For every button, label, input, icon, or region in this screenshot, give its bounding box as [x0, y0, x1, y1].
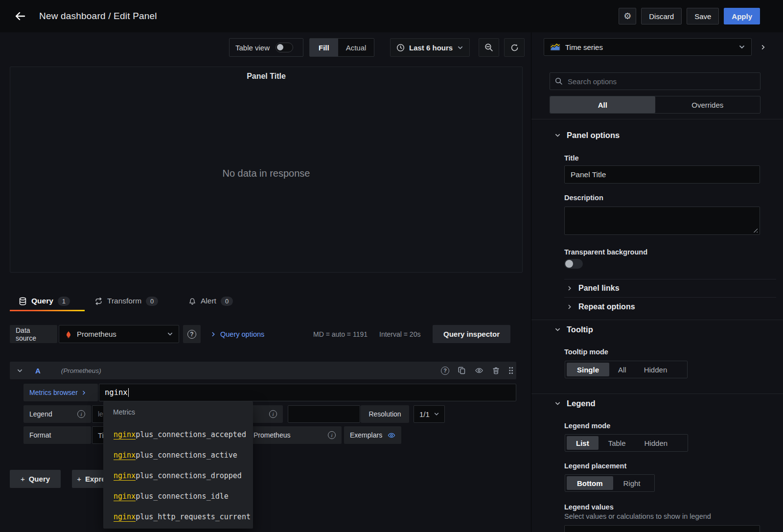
collapse-query-chevron-icon[interactable] [17, 368, 23, 374]
options-search[interactable] [550, 72, 760, 90]
fill-option[interactable]: Fill [310, 39, 338, 56]
filter-tab-overrides[interactable]: Overrides [655, 96, 760, 113]
repeat-options-label: Repeat options [578, 302, 635, 311]
tab-transform[interactable]: Transform 0 [94, 292, 158, 310]
refresh-button[interactable] [504, 38, 525, 57]
add-query-button[interactable]: + Query [10, 470, 61, 488]
transparent-background-toggle[interactable] [564, 259, 583, 269]
legend-values-label: Legend values [564, 503, 614, 511]
panel-title: Panel Title [10, 72, 522, 81]
promql-query-input[interactable]: nginx [99, 384, 516, 401]
autocomplete-item[interactable]: nginxplus_connections_dropped [114, 469, 242, 483]
resolution-select[interactable]: 1/1 [414, 405, 445, 423]
min-step-input[interactable] [288, 405, 360, 423]
autocomplete-item[interactable]: nginxplus_connections_accepted [114, 428, 246, 441]
section-panel-links[interactable]: Panel links [567, 282, 620, 294]
datasource-help-button[interactable]: ? [183, 325, 201, 343]
actual-option[interactable]: Actual [338, 39, 374, 56]
legend-values-select[interactable] [564, 525, 760, 532]
chevron-right-icon [210, 331, 216, 337]
legend-placement-label: Legend placement [564, 462, 626, 470]
prometheus-link-label[interactable]: Prometheus i [245, 426, 342, 444]
legend-placement-bottom[interactable]: Bottom [567, 476, 613, 490]
panel-description-textarea[interactable] [564, 207, 760, 235]
back-button[interactable] [13, 9, 27, 23]
format-label: Format [23, 426, 91, 444]
section-panel-options[interactable]: Panel options [554, 131, 620, 140]
section-panel-options-label: Panel options [567, 131, 620, 140]
legend-placement-right[interactable]: Right [614, 476, 650, 490]
autocomplete-item[interactable]: nginxplus_http_requests_current [114, 510, 251, 524]
visualization-picker[interactable]: Time series [544, 38, 752, 56]
options-search-input[interactable] [567, 77, 755, 86]
tooltip-mode-single[interactable]: Single [567, 363, 609, 376]
datasource-picker[interactable]: Prometheus [59, 325, 179, 343]
save-button[interactable]: Save [687, 8, 719, 24]
discard-button[interactable]: Discard [641, 8, 682, 24]
top-bar: New dashboard / Edit Panel ⚙ Discard Sav… [0, 0, 783, 32]
legend-placement-group: Bottom Right [565, 474, 655, 492]
drag-handle[interactable] [508, 367, 513, 374]
plus-icon: + [21, 475, 25, 483]
collapse-options-pane-button[interactable] [754, 38, 772, 56]
query-options-toggle[interactable]: Query options [210, 325, 264, 343]
query-ref-id: A [35, 367, 41, 375]
query-ref-datasource: (Prometheus) [61, 367, 101, 374]
arrow-left-icon [14, 10, 26, 22]
apply-button[interactable]: Apply [724, 8, 760, 24]
query-inspector-button[interactable]: Query inspector [433, 325, 510, 343]
info-icon: i [269, 410, 277, 418]
table-view-label: Table view [235, 44, 270, 52]
tab-alert[interactable]: Alert 0 [188, 292, 233, 310]
panel-options-sidebar: Time series All Overrides Pan [531, 32, 783, 532]
grafana-edit-panel-page: New dashboard / Edit Panel ⚙ Discard Sav… [0, 0, 783, 532]
refresh-icon [510, 44, 519, 52]
metrics-browser-toggle[interactable]: Metrics browser [23, 384, 98, 401]
max-data-points-info: MD = auto = 1191 [313, 325, 368, 343]
section-tooltip[interactable]: Tooltip [554, 325, 593, 334]
resize-handle-icon[interactable] [753, 228, 758, 232]
chevron-down-icon [457, 45, 463, 51]
legend-mode-table[interactable]: Table [599, 436, 635, 450]
legend-mode-list[interactable]: List [567, 436, 599, 450]
bell-icon [188, 297, 196, 305]
prometheus-link-text: Prometheus [253, 431, 290, 439]
panel-title-input[interactable] [564, 165, 760, 184]
dashboard-settings-button[interactable]: ⚙ [619, 8, 636, 24]
duplicate-query-button[interactable] [458, 367, 466, 374]
time-range-picker[interactable]: Last 6 hours [390, 38, 470, 57]
section-legend[interactable]: Legend [554, 399, 596, 408]
legend-mode-hidden[interactable]: Hidden [636, 436, 677, 450]
resolution-value: 1/1 [419, 410, 430, 418]
panel-links-label: Panel links [578, 284, 620, 293]
query-row-header[interactable]: A (Prometheus) ? [10, 362, 516, 379]
gear-icon: ⚙ [623, 11, 631, 22]
query-options-label: Query options [220, 330, 264, 338]
section-repeat-options[interactable]: Repeat options [567, 301, 635, 313]
tooltip-mode-hidden[interactable]: Hidden [635, 363, 676, 376]
datasource-value: Prometheus [77, 330, 116, 338]
chevron-right-icon [760, 44, 766, 50]
info-icon: i [77, 410, 85, 418]
title-field-label: Title [564, 154, 579, 162]
delete-query-button[interactable] [492, 367, 500, 374]
clock-icon [396, 44, 405, 52]
toggle-query-visibility-button[interactable] [475, 367, 484, 374]
chevron-right-icon [567, 304, 573, 310]
query-help-button[interactable]: ? [441, 367, 449, 375]
autocomplete-item[interactable]: nginxplus_connections_active [114, 448, 237, 462]
transform-icon [94, 297, 103, 305]
legend-mode-label: Legend mode [564, 422, 610, 430]
tooltip-mode-all[interactable]: All [610, 363, 634, 376]
legend-field-label: Legend i [23, 405, 91, 423]
autocomplete-item[interactable]: nginxplus_connections_idle [114, 489, 229, 503]
filter-tab-all[interactable]: All [550, 96, 655, 113]
zoom-out-time-button[interactable] [479, 38, 499, 57]
panel-preview: Panel Title No data in response [10, 67, 523, 273]
tab-query[interactable]: Query 1 [19, 292, 70, 310]
metrics-browser-label: Metrics browser [29, 389, 78, 396]
exemplars-eye-toggle[interactable] [387, 432, 396, 439]
pane-size-switcher: Fill Actual [309, 38, 374, 57]
visualization-value: Time series [565, 43, 603, 51]
table-view-toggle[interactable] [276, 43, 293, 52]
